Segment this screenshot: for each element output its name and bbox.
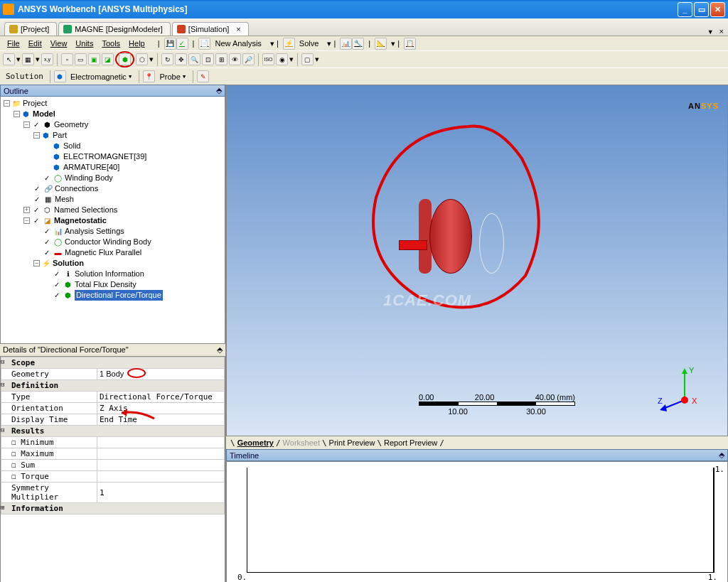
zoom-fit-icon[interactable]: ⊞ [215, 53, 228, 65]
tab-print-preview[interactable]: Print Preview [327, 438, 378, 447]
right-panel: ANSYS 1CAE.COM 0.0020.0040.00 (mm) 10.00… [226, 85, 728, 582]
edge-filter-icon[interactable]: ▭ [75, 53, 87, 65]
menu-view[interactable]: View [46, 38, 72, 49]
tab-close-icon[interactable]: × [236, 25, 240, 33]
outline-header: Outline⬘ [0, 85, 225, 97]
select-icon[interactable]: ▦ [22, 53, 34, 65]
body-select-highlight: ⬢ [115, 51, 134, 68]
minimize-button[interactable]: _ [678, 2, 692, 17]
project-icon [9, 25, 18, 33]
window-titlebar: ANSYS Workbench [ANSYS Multiphysics] _ ▭… [0, 0, 728, 18]
iso-icon[interactable]: ISO [262, 53, 274, 65]
maximize-button[interactable]: ▭ [694, 2, 709, 17]
svg-text:Z: Z [658, 397, 663, 405]
timeline-chart[interactable]: 1. 0. 1. [247, 468, 714, 573]
model-icon: ⬢ [21, 109, 31, 119]
project-icon: 📁 [11, 99, 21, 108]
view-icon[interactable]: ◉ [276, 53, 288, 65]
main-area: Outline⬘ −📁Project −⬢Model −✓⬢Geometry −… [0, 85, 728, 582]
close-button[interactable]: ✕ [710, 2, 725, 17]
tab-project[interactable]: [Project] [4, 22, 57, 36]
details-header: Details of "Directional Force/Torque"⬘ [0, 344, 225, 356]
geometry-value[interactable]: 1 Body [97, 369, 225, 380]
pin-icon[interactable]: ⬘ [216, 86, 222, 95]
new-analysis-icon[interactable]: 📄 [198, 38, 210, 50]
magnify-icon[interactable]: 🔎 [242, 53, 255, 65]
body-select-icon[interactable]: ⬢ [119, 53, 131, 65]
cursor-icon[interactable]: ↖ [3, 53, 15, 65]
electromagnetic-icon: ⬢ [54, 70, 66, 82]
new-analysis-button[interactable]: New Analysis [210, 38, 265, 49]
menu-tools[interactable]: Tools [97, 38, 124, 49]
coil-ring [479, 213, 504, 274]
type-value[interactable]: Directional Force/Torque [97, 392, 225, 403]
watermark-1cae: 1CAE.COM [383, 291, 471, 310]
look-at-icon[interactable]: 👁 [229, 53, 241, 65]
save-icon[interactable]: 💾 [164, 38, 176, 50]
pin-icon[interactable]: ⬘ [217, 345, 223, 355]
sim-icon [177, 25, 186, 33]
extend-icon[interactable]: ⬡ [136, 53, 148, 65]
zoom-icon[interactable]: 🔍 [188, 53, 200, 65]
armature-disc [429, 199, 472, 274]
probe-dropdown[interactable]: Probe ▾ [156, 70, 189, 82]
details-panel[interactable]: Scope Geometry1 Body Definition TypeDire… [0, 356, 225, 582]
rotate-icon[interactable]: ↻ [161, 53, 173, 65]
scale-bar: 0.0020.0040.00 (mm) 10.0030.00 [419, 393, 575, 416]
util-icon-2[interactable]: 🔧 [352, 38, 364, 50]
svg-point-4 [681, 397, 688, 404]
solution-button[interactable]: Solution [3, 70, 46, 82]
tab-simulation[interactable]: [Simulation]× [172, 22, 249, 36]
tab-worksheet[interactable]: Worksheet [281, 438, 322, 447]
left-panel: Outline⬘ −📁Project −⬢Model −✓⬢Geometry −… [0, 85, 226, 582]
tab-geometry[interactable]: Geometry [235, 438, 276, 447]
solution-icon: ⚡ [41, 259, 50, 268]
tab-report-preview[interactable]: Report Preview [382, 438, 439, 447]
face-filter-icon[interactable]: ▣ [88, 53, 100, 65]
selection-box [399, 240, 427, 250]
window-title: ANSYS Workbench [ANSYS Multiphysics] [18, 4, 678, 14]
electromagnetic-dropdown[interactable]: Electromagnetic ▾ [68, 70, 136, 82]
toolbar-context: Solution ⬢ Electromagnetic ▾ 📍 Probe ▾ ✎ [0, 68, 728, 85]
util-icon-1[interactable]: 📊 [340, 38, 352, 50]
pan-icon[interactable]: ✥ [175, 53, 187, 65]
wireframe-icon[interactable]: ▢ [301, 53, 314, 65]
timeline-header: Timeline⬘ [226, 449, 728, 461]
window-buttons: _ ▭ ✕ [678, 2, 725, 17]
tab-designmodeler[interactable]: MAGNE [DesignModeler] [58, 22, 171, 36]
pin-icon[interactable]: ⬘ [719, 451, 724, 460]
3d-viewport[interactable]: ANSYS 1CAE.COM 0.0020.0040.00 (mm) 10.00… [226, 85, 728, 436]
tabs-dropdown-icon[interactable]: ▼ [707, 28, 714, 36]
3d-model[interactable] [419, 199, 483, 274]
outline-tree[interactable]: −📁Project −⬢Model −✓⬢Geometry −⬢Part ⬢So… [0, 97, 225, 344]
menu-units[interactable]: Units [71, 38, 97, 49]
menu-bar: File Edit View Units Tools Help | 💾 ✓ | … [0, 36, 728, 50]
menu-help[interactable]: Help [124, 38, 149, 49]
tool-icon[interactable]: ✎ [197, 70, 209, 82]
display-time-value[interactable]: End Time [97, 414, 225, 426]
tabs-close-icon[interactable]: × [719, 27, 724, 36]
body-filter-icon[interactable]: ◪ [102, 53, 114, 65]
document-tabs: [Project] MAGNE [DesignModeler] [Simulat… [0, 18, 728, 36]
svg-marker-3 [660, 404, 667, 411]
menu-file[interactable]: File [3, 38, 24, 49]
vertex-icon[interactable]: x,y [41, 53, 53, 65]
magneto-icon: ◪ [43, 216, 52, 225]
worksheet-icon[interactable]: 📋 [404, 38, 416, 50]
dm-icon [63, 25, 72, 33]
probe-icon: 📍 [143, 70, 155, 82]
solve-icon[interactable]: ⚡ [283, 38, 295, 50]
util-icon-3[interactable]: 📐 [375, 38, 387, 50]
menu-edit[interactable]: Edit [24, 38, 46, 49]
geometry-icon: ✓ [31, 120, 41, 129]
solve-button[interactable]: Solve [295, 38, 323, 49]
orientation-value[interactable]: Z Axis [97, 403, 225, 414]
part-icon: ⬢ [41, 131, 50, 140]
check-icon[interactable]: ✓ [176, 38, 188, 50]
zoom-box-icon[interactable]: ⊡ [202, 53, 214, 65]
svg-text:Y: Y [689, 366, 695, 374]
triad-icon[interactable]: Y Z X [656, 365, 706, 414]
point-filter-icon[interactable]: ▫ [61, 53, 73, 65]
tree-selected-item[interactable]: ✓⬢Directional Force/Torque [2, 290, 223, 301]
timeline-panel[interactable]: 1. 0. 1. [226, 461, 728, 582]
